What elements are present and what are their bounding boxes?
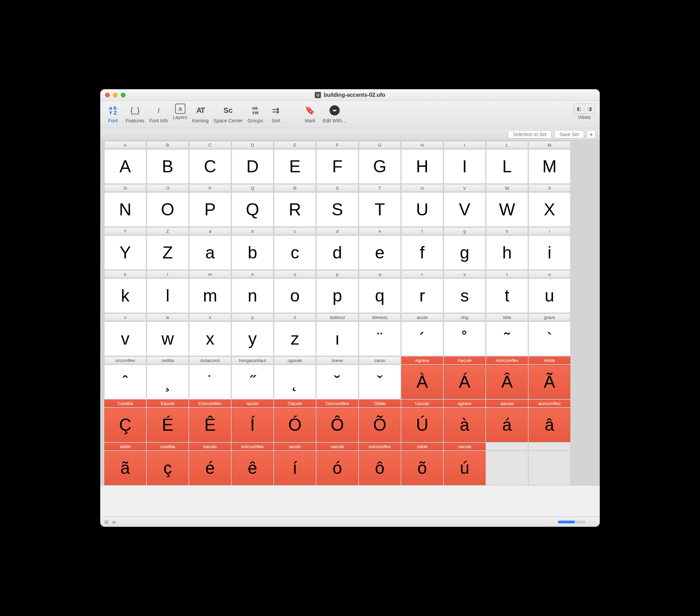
glyph-cell[interactable]: d	[316, 235, 358, 270]
toolbar-spacecenter[interactable]: Sc Space Center	[213, 104, 243, 124]
glyph-cell[interactable]: ˙	[189, 365, 231, 399]
glyph-cell[interactable]: p	[316, 279, 358, 313]
glyph-cell[interactable]: h	[486, 235, 528, 270]
glyph-cell[interactable]: b	[232, 235, 273, 270]
toolbar-mark[interactable]: 🔖 Mark	[302, 104, 318, 124]
toolbar-fontinfo[interactable]: i Font Info	[149, 104, 168, 124]
glyph-cell[interactable]: S	[316, 192, 358, 227]
glyph-cell[interactable]: n	[232, 279, 273, 313]
glyph-cell[interactable]: É	[147, 408, 188, 442]
glyph-cell[interactable]: Ú	[401, 408, 443, 442]
glyph-cell[interactable]: Q	[232, 192, 273, 227]
glyph-cell[interactable]: Õ	[359, 408, 401, 442]
glyph-cell[interactable]: ˝	[232, 365, 273, 399]
view-sidebar-left-icon[interactable]: ◧	[574, 104, 584, 114]
glyph-cell[interactable]: o	[274, 279, 316, 313]
glyph-cell[interactable]: I	[444, 150, 486, 183]
glyph-cell[interactable]: l	[147, 279, 188, 313]
glyph-cell[interactable]: `	[528, 322, 570, 356]
glyph-cell[interactable]: Ó	[274, 408, 316, 442]
glyph-cell[interactable]: ´	[401, 322, 443, 356]
toolbar-features[interactable]: {_} Features	[126, 104, 145, 124]
glyph-cell[interactable]: ô	[359, 451, 401, 485]
glyph-cell[interactable]: P	[189, 192, 231, 227]
glyph-cell[interactable]: Y	[104, 235, 146, 270]
glyph-cell[interactable]: w	[147, 322, 188, 356]
toolbar-kerning[interactable]: AT Kerning	[192, 104, 209, 124]
glyph-cell[interactable]: L	[486, 150, 528, 183]
glyph-cell[interactable]: ˚	[444, 322, 486, 356]
glyph-cell[interactable]: ó	[316, 451, 358, 485]
glyph-cell[interactable]: s	[444, 279, 486, 313]
grid-view-icon[interactable]: ⊞	[104, 519, 109, 525]
glyph-cell[interactable]: x	[189, 322, 231, 356]
toolbar-layers[interactable]: a Layers	[173, 104, 187, 120]
glyph-cell[interactable]: ç	[147, 451, 188, 485]
glyph-cell[interactable]: ı	[316, 322, 358, 356]
glyph-cell[interactable]: i	[528, 235, 570, 270]
glyph-cell[interactable]: T	[359, 192, 401, 227]
glyph-cell[interactable]: â	[528, 408, 570, 442]
glyph-cell[interactable]: à	[444, 408, 486, 442]
glyph-cell[interactable]: é	[189, 451, 231, 485]
glyph-cell[interactable]: ˆ	[104, 365, 146, 399]
toolbar-groups[interactable]: oe vw Groups	[247, 104, 263, 124]
toolbar-font[interactable]: a b Y Z Font	[105, 104, 121, 124]
glyph-cell[interactable]: E	[274, 150, 316, 183]
glyph-cell[interactable]: M	[528, 150, 570, 183]
glyph-cell[interactable]: r	[401, 279, 443, 313]
glyph-cell[interactable]: Ç	[104, 408, 146, 442]
glyph-cell[interactable]: á	[486, 408, 528, 442]
glyph-cell[interactable]: V	[444, 192, 486, 227]
glyph-cell[interactable]: U	[401, 192, 443, 227]
glyph-cell[interactable]: R	[274, 192, 316, 227]
glyph-cell[interactable]: m	[189, 279, 231, 313]
glyph-cell[interactable]: ¸	[147, 365, 188, 399]
glyph-cell[interactable]: O	[147, 192, 188, 227]
glyph-cell[interactable]: f	[401, 235, 443, 270]
glyph-cell[interactable]: Â	[486, 365, 528, 399]
glyph-cell[interactable]: õ	[401, 451, 443, 485]
glyph-cell[interactable]: ˜	[486, 322, 528, 356]
glyph-cell[interactable]: G	[359, 150, 401, 183]
glyph-cell[interactable]: H	[401, 150, 443, 183]
glyph-cell[interactable]: q	[359, 279, 401, 313]
glyph-grid-scroll[interactable]: ABCDEFGHILMABCDEFGHILMNOPQRSTUVWXNOPQRST…	[100, 141, 600, 516]
glyph-cell[interactable]: B	[147, 150, 188, 183]
glyph-cell[interactable]: t	[486, 279, 528, 313]
glyph-cell[interactable]: Ê	[189, 408, 231, 442]
glyph-cell[interactable]: u	[528, 279, 570, 313]
add-set-button[interactable]: ＋	[587, 130, 596, 139]
glyph-cell[interactable]: e	[359, 235, 401, 270]
glyph-cell[interactable]: W	[486, 192, 528, 227]
glyph-cell[interactable]: X	[528, 192, 570, 227]
horizontal-scrollbar[interactable]	[558, 521, 585, 523]
glyph-cell[interactable]: ˛	[274, 365, 316, 399]
glyph-cell[interactable]: C	[189, 150, 231, 183]
glyph-cell[interactable]: Í	[232, 408, 273, 442]
glyph-cell[interactable]: F	[316, 150, 358, 183]
glyph-cell[interactable]: ã	[104, 451, 146, 485]
glyph-cell[interactable]: A	[104, 150, 146, 183]
glyph-cell[interactable]: Ã	[528, 365, 570, 399]
glyph-cell[interactable]: ˘	[316, 365, 358, 399]
glyph-cell[interactable]: v	[104, 322, 146, 356]
glyph-cell[interactable]: ê	[232, 451, 273, 485]
glyph-cell[interactable]: g	[444, 235, 486, 270]
selection-to-set-button[interactable]: Selection to Set	[508, 130, 551, 139]
glyph-cell[interactable]: c	[274, 235, 316, 270]
glyph-cell[interactable]: Z	[147, 235, 188, 270]
save-set-button[interactable]: Save Set	[554, 130, 584, 139]
glyph-cell[interactable]: N	[104, 192, 146, 227]
toolbar-editwith[interactable]: ✒ Edit With…	[323, 104, 347, 124]
glyph-cell[interactable]: Á	[444, 365, 486, 399]
view-toggle[interactable]: ◧ ◨	[574, 104, 595, 114]
glyph-cell[interactable]: í	[274, 451, 316, 485]
glyph-cell[interactable]: z	[274, 322, 316, 356]
glyph-cell[interactable]: a	[189, 235, 231, 270]
glyph-cell[interactable]: ˇ	[359, 365, 401, 399]
glyph-cell[interactable]: D	[232, 150, 273, 183]
glyph-cell[interactable]: ú	[444, 451, 486, 485]
glyph-cell[interactable]: À	[401, 365, 443, 399]
glyph-cell[interactable]: ¨	[359, 322, 401, 356]
